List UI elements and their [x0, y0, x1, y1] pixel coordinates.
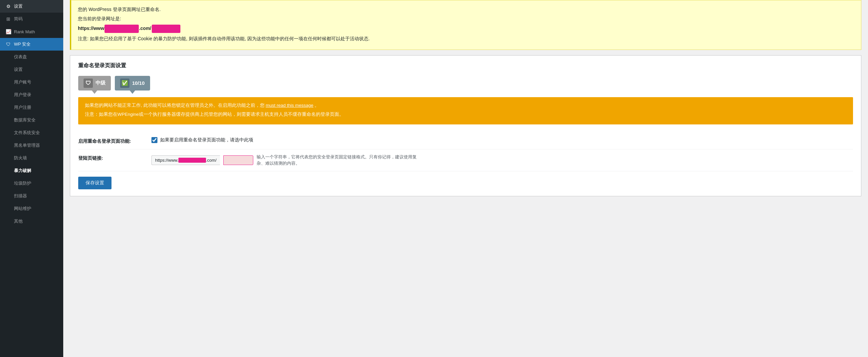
settings-icon: ⚙ — [5, 3, 11, 9]
enable-value: 如果要启用重命名登录页面功能，请选中此项 — [151, 137, 853, 143]
login-url-label: 登陆页链接: — [78, 154, 145, 161]
sidebar-item-user-login[interactable]: 用户登录 — [0, 89, 63, 101]
sidebar-item-spam[interactable]: 垃圾防护 — [0, 177, 63, 190]
enable-checkbox[interactable] — [151, 137, 157, 143]
sidebar-item-brute-force[interactable]: 暴力破解 — [0, 164, 63, 177]
sidebar-item-settings[interactable]: ⚙ 设置 — [0, 0, 63, 13]
warning-line2: 注意：如果您在WPEngine或一个执行服务器缓存提供商上托管您的网站，则需要请… — [85, 111, 846, 119]
blacklist-icon — [5, 142, 11, 149]
shield-icon: 🛡 — [5, 41, 11, 47]
sidebar-item-misc[interactable]: 其他 — [0, 215, 63, 228]
login-url-value: https://www.domain.com/ 输入一个字符串，它将代表您的安全… — [151, 154, 853, 167]
brute-force-icon — [5, 168, 11, 174]
redacted-domain: hidden — [104, 25, 139, 33]
notice-url: https://wwwhidden.com/slug — [78, 25, 855, 33]
sidebar: ⚙ 设置 ⊞ 简码 📈 Rank Math 🛡 WP 安全 仪表盘 设置 用户账… — [0, 0, 63, 357]
notice-line1: 您的 WordPress 登录页面网址已重命名. — [78, 6, 855, 13]
fs-security-icon — [5, 130, 11, 136]
notice-line3: 注意: 如果您已经启用了基于 Cookie 的暴力防护功能, 则该插件将自动停用… — [78, 35, 855, 42]
user-register-icon — [5, 104, 11, 110]
url-slug-input[interactable] — [223, 155, 253, 165]
warning-line1: 如果您的网站不能正常工作, 此功能可以将您锁定在管理员之外。在启用此功能之前，您… — [85, 102, 846, 109]
redacted-slug: slug — [152, 25, 181, 33]
enable-checkbox-label[interactable]: 如果要启用重命名登录页面功能，请选中此项 — [151, 137, 253, 143]
rename-notice-box: 您的 WordPress 登录页面网址已重命名. 您当前的登录网址是: http… — [70, 0, 861, 50]
badge-shield-icon: 🛡 — [84, 78, 93, 88]
sidebar-item-user-account[interactable]: 用户账号 — [0, 76, 63, 89]
sidebar-item-fs-security[interactable]: 文件系统安全 — [0, 126, 63, 139]
sidebar-item-dashboard[interactable]: 仪表盘 — [0, 51, 63, 63]
enable-label: 启用重命名登录页面功能: — [78, 137, 145, 144]
sidebar-item-maintenance[interactable]: 网站维护 — [0, 202, 63, 215]
sidebar-item-rankmath[interactable]: 📈 Rank Math — [0, 25, 63, 38]
section-title: 重命名登录页面设置 — [78, 62, 853, 69]
save-button[interactable]: 保存设置 — [78, 177, 112, 189]
enable-feature-row: 启用重命名登录页面功能: 如果要启用重命名登录页面功能，请选中此项 — [78, 132, 853, 150]
db-security-icon — [5, 117, 11, 123]
warning-link[interactable]: must read this message — [266, 103, 313, 108]
sidebar-item-firewall[interactable]: 防火墙 — [0, 152, 63, 164]
spam-icon — [5, 180, 11, 186]
scanner-icon — [5, 193, 11, 199]
misc-icon — [5, 218, 11, 224]
sidebar-item-settings2[interactable]: 设置 — [0, 63, 63, 76]
shortcode-icon: ⊞ — [5, 16, 11, 22]
notice-line2: 您当前的登录网址是: — [78, 15, 855, 22]
dashboard-icon — [5, 54, 11, 60]
rankmath-icon: 📈 — [5, 29, 11, 35]
rename-login-section: 重命名登录页面设置 🛡 中级 ✅ 10/10 如果您的网站不能正常工作, 此功能… — [70, 55, 861, 196]
maintenance-icon — [5, 206, 11, 212]
sidebar-item-user-register[interactable]: 用户注册 — [0, 101, 63, 114]
sidebar-item-wp-security[interactable]: 🛡 WP 安全 — [0, 38, 63, 51]
user-account-icon — [5, 79, 11, 85]
enable-checkbox-text: 如果要启用重命名登录页面功能，请选中此项 — [160, 137, 253, 143]
sidebar-item-db-security[interactable]: 数据库安全 — [0, 114, 63, 126]
sidebar-item-blacklist[interactable]: 黑名单管理器 — [0, 139, 63, 152]
badge-score: ✅ 10/10 — [115, 76, 150, 91]
badge-intermediate: 🛡 中级 — [78, 76, 111, 91]
badge-check-icon: ✅ — [120, 78, 129, 88]
sidebar-item-shortcode[interactable]: ⊞ 简码 — [0, 13, 63, 25]
badge1-label: 中级 — [95, 80, 105, 86]
badge2-label: 10/10 — [132, 80, 145, 86]
firewall-icon — [5, 155, 11, 161]
user-login-icon — [5, 92, 11, 98]
sidebar-item-scanner[interactable]: 扫描器 — [0, 190, 63, 202]
warning-box: 如果您的网站不能正常工作, 此功能可以将您锁定在管理员之外。在启用此功能之前，您… — [78, 97, 853, 124]
login-url-row: 登陆页链接: https://www.domain.com/ 输入一个字符串，它… — [78, 150, 853, 172]
settings2-icon — [5, 67, 11, 72]
badges-row: 🛡 中级 ✅ 10/10 — [78, 76, 853, 91]
main-content: 您的 WordPress 登录页面网址已重命名. 您当前的登录网址是: http… — [63, 0, 868, 357]
url-prefix: https://www.domain.com/ — [151, 155, 220, 165]
url-hint: 输入一个字符串，它将代表您的安全登录页固定链接格式。只有你记得，建议使用复杂、难… — [257, 154, 423, 167]
